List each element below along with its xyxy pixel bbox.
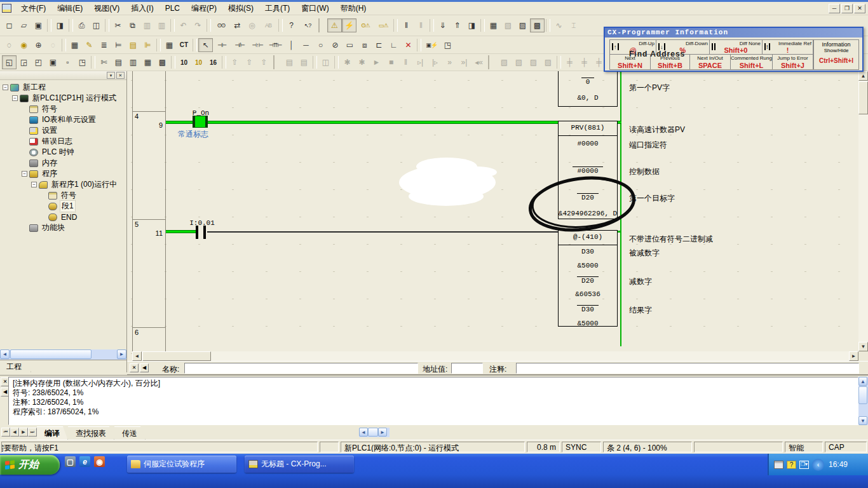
- menu-item-2[interactable]: 编辑(E): [51, 3, 88, 15]
- new-instruction-2-button[interactable]: ⧈: [357, 38, 372, 52]
- zoom-out-button[interactable]: ◌: [2, 38, 17, 52]
- menu-item-8[interactable]: 工具(T): [259, 3, 295, 15]
- tree-item-段1[interactable]: 段1: [1, 201, 126, 212]
- search-files-button[interactable]: ◨: [53, 18, 67, 32]
- tree-horizontal-scrollbar[interactable]: ◄►: [0, 349, 126, 360]
- tree-item-内存[interactable]: 内存: [1, 158, 126, 168]
- internet-explorer-icon[interactable]: e: [79, 456, 90, 467]
- output-tab-inactive[interactable]: 传送: [114, 426, 146, 440]
- rung-annotation-button[interactable]: ⊨: [111, 38, 126, 52]
- save-project-button[interactable]: ▣: [31, 18, 46, 32]
- output-horizontal-scrollbar[interactable]: ◄►: [359, 428, 390, 437]
- selection-mode-button[interactable]: ↖: [198, 38, 213, 52]
- view-address-ref-button[interactable]: ◳: [75, 55, 90, 69]
- zoom-custom-button[interactable]: ◉: [17, 38, 31, 52]
- output-tab-nav-0[interactable]: ⏮: [1, 428, 10, 437]
- tree-item-符号[interactable]: 符号: [1, 104, 126, 114]
- operand-prev-button[interactable]: ◀: [140, 363, 149, 372]
- workspace-pin-button[interactable]: ▾: [107, 72, 115, 79]
- output-scroll-up-button[interactable]: ▲: [858, 377, 867, 386]
- output-hscroll-right[interactable]: ►: [378, 428, 387, 437]
- show-comment-list-button[interactable]: ≣: [97, 38, 111, 52]
- menu-item-7[interactable]: 模拟(S): [222, 3, 259, 15]
- ladder-scroll-down-button[interactable]: ▼: [858, 342, 868, 351]
- new-or-contact-button[interactable]: ⊣↑⊢: [248, 38, 266, 52]
- tree-expand-box[interactable]: −: [31, 182, 37, 187]
- output-tab-inactive[interactable]: 查找报表: [68, 426, 114, 440]
- tab-project[interactable]: 工程: [0, 360, 31, 372]
- line-delete-mode-button[interactable]: ✕: [401, 38, 416, 52]
- local-symbol-table-button[interactable]: ▤: [111, 55, 126, 69]
- tree-item-END[interactable]: END: [1, 212, 126, 222]
- operand-address-field[interactable]: [451, 363, 483, 374]
- operand-close-button[interactable]: ✕: [130, 363, 139, 372]
- online-edit-rungs-button[interactable]: ▣⚡: [423, 38, 440, 52]
- language-bar-icon[interactable]: ‹: [812, 459, 824, 471]
- output-vertical-scrollbar[interactable]: ▲▼: [858, 377, 868, 425]
- menu-item-1[interactable]: 文件(F): [15, 3, 51, 15]
- task-button-2[interactable]: 无标题 - CX-Prog...: [245, 456, 354, 473]
- ladder-scroll-up-button[interactable]: ▲: [858, 71, 868, 81]
- contact-p-on[interactable]: [193, 116, 208, 128]
- new-function-block-button[interactable]: ⊏: [372, 38, 386, 52]
- minimize-button[interactable]: ─: [829, 4, 840, 13]
- menu-item-4[interactable]: 插入(I): [125, 3, 159, 15]
- grid-toggle-button[interactable]: ▦: [67, 38, 82, 52]
- output-hscroll-left[interactable]: ◄: [359, 428, 368, 437]
- output-text-area[interactable]: [注释内存使用 (数据大小/内存大小), 百分比]符号: 238/65024, …: [8, 377, 858, 425]
- ladder-scroll-right-button[interactable]: ►: [849, 351, 858, 361]
- tree-expand-box[interactable]: −: [3, 85, 8, 90]
- print-preview-button[interactable]: ◫: [89, 18, 104, 32]
- operand-comment-field[interactable]: [516, 363, 859, 374]
- monitor-window-1-button[interactable]: ▦: [486, 18, 501, 32]
- workspace-close-button[interactable]: ✕: [116, 72, 125, 79]
- ladder-vscroll-thumb[interactable]: [858, 81, 868, 114]
- contact-bar-left[interactable]: [196, 226, 198, 239]
- tree-expand-box[interactable]: −: [12, 95, 18, 101]
- monitor-hex-button[interactable]: 16: [206, 55, 220, 69]
- mnemonic-view-button[interactable]: ▦: [140, 55, 155, 69]
- monitor-window-3-button[interactable]: ▨: [515, 18, 530, 32]
- view-io-window-button[interactable]: ▣: [46, 55, 60, 69]
- scroll-thumb[interactable]: [10, 349, 92, 359]
- menu-item-5[interactable]: PLC: [159, 3, 186, 15]
- copy-button[interactable]: ⧉: [125, 18, 140, 32]
- cross-reference-report-button[interactable]: ✄: [97, 55, 111, 69]
- keyboard-tray-icon[interactable]: [774, 461, 783, 469]
- print-button[interactable]: ⎙: [74, 18, 89, 32]
- restore-button[interactable]: ❐: [841, 4, 853, 13]
- new-closed-coil-button[interactable]: ⊘: [328, 38, 342, 52]
- media-player-icon[interactable]: ◉: [94, 456, 105, 467]
- tree-item-设置[interactable]: 设置: [1, 125, 126, 136]
- send-changes-button[interactable]: ◳: [440, 38, 455, 52]
- ladder-scroll-left-button[interactable]: ◄: [132, 351, 142, 361]
- tree-item-符号[interactable]: 符号: [1, 190, 126, 201]
- menu-item-6[interactable]: 编程(P): [186, 3, 222, 15]
- view-cross-ref-button[interactable]: ▫: [60, 55, 75, 69]
- address-reference-tool-button[interactable]: ▦: [162, 38, 177, 52]
- line-connect-mode-button[interactable]: ∟: [386, 38, 401, 52]
- new-or-closed-contact-button[interactable]: ⊣⇈⊢: [266, 38, 284, 52]
- open-project-button[interactable]: ▱: [17, 18, 31, 32]
- rung-comment-button[interactable]: ✎: [82, 38, 97, 52]
- find-button[interactable]: ʘʘ: [212, 18, 230, 32]
- tree-item-PLC时钟[interactable]: PLC 时钟: [1, 147, 126, 158]
- menu-item-3[interactable]: 视图(V): [88, 3, 125, 15]
- output-tab-nav-3[interactable]: ⏭: [28, 428, 37, 437]
- ladder-hscroll-thumb[interactable]: [142, 351, 211, 361]
- tree-item-新工程[interactable]: −新工程: [1, 82, 126, 93]
- show-desktop-icon[interactable]: ▢: [65, 456, 76, 467]
- menu-item-9[interactable]: 窗口(W): [295, 3, 334, 15]
- new-plc-instruction-button[interactable]: ▭: [342, 38, 357, 52]
- ladder-diagram-canvas[interactable]: 4951160&0, D第一个PV字P_On常通标志PRV(881)读高速计数器…: [127, 71, 868, 361]
- monitor-in-rung-button[interactable]: ▤: [126, 38, 140, 52]
- help-button[interactable]: ?: [284, 18, 299, 32]
- new-vertical-line-button[interactable]: │: [284, 38, 299, 52]
- output-vscroll-thumb[interactable]: [858, 386, 867, 404]
- cut-button[interactable]: ✂: [111, 18, 125, 32]
- view-components-button[interactable]: ◲: [17, 55, 31, 69]
- menu-item-10[interactable]: 帮助(H): [335, 3, 372, 15]
- tree-expand-box[interactable]: −: [22, 171, 27, 177]
- new-horizontal-line-button[interactable]: ─: [299, 38, 313, 52]
- section-list-button[interactable]: ▥: [126, 55, 140, 69]
